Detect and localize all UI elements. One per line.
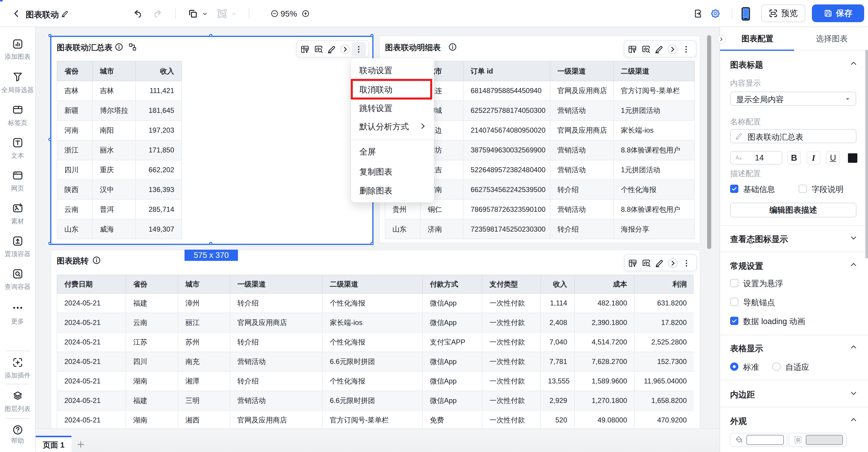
svg-text:A: A	[736, 155, 739, 161]
svg-text:a: a	[739, 156, 742, 160]
